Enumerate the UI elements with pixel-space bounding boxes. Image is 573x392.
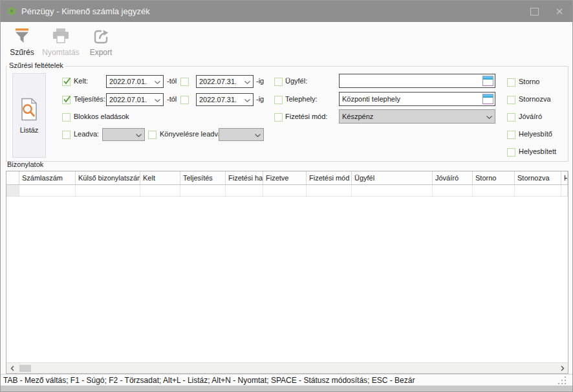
fizetesi-mod-checkbox[interactable] [274, 113, 283, 122]
column-header-storno[interactable]: Storno [473, 171, 515, 184]
helyesbitett-label: Helyesbített [519, 147, 556, 156]
horizontal-scrollbar[interactable] [6, 362, 568, 373]
column-header-szamlaszam[interactable]: Számlaszám [19, 171, 76, 184]
filter-group-title: Szűrési feltételek [7, 61, 65, 69]
column-header-jovairo[interactable]: Jóváíró [433, 171, 473, 184]
export-button-label: Export [90, 48, 113, 57]
list-search-document-icon [20, 98, 38, 123]
filter-button[interactable]: Szűrés [6, 25, 38, 57]
column-header-fizetesi-mod[interactable]: Fizetési mód [307, 171, 352, 184]
resize-grip-icon[interactable] [565, 376, 566, 378]
ugyfel-field [339, 74, 495, 88]
ugyfel-label: Ügyfél: [285, 77, 307, 85]
kelt-to-suffix: -ig [256, 77, 264, 85]
teljesites-from-value: 2022.07.01. [109, 96, 147, 103]
lookup-icon[interactable] [482, 76, 493, 86]
teljesites-to-value: 2022.07.31. [199, 96, 237, 103]
scroll-left-icon[interactable] [6, 363, 17, 373]
blokkos-label: Blokkos eladások [74, 113, 129, 121]
chevron-down-icon [244, 99, 250, 102]
window-bottom-edge [1, 386, 572, 392]
leadva-label: Leadva: [74, 130, 99, 138]
toolbar: Szűrés Nyomtatás Export [1, 22, 572, 62]
export-icon [92, 25, 110, 45]
konyveles-checkbox[interactable] [148, 131, 157, 139]
teljesites-to-checkbox[interactable] [180, 96, 189, 104]
kelt-to-checkbox[interactable] [180, 78, 189, 86]
storno-label: Storno [519, 78, 539, 86]
documents-table: Számlaszám Külső bizonylatszám Kelt Telj… [6, 171, 568, 374]
column-header-fizetesi-hatarido[interactable]: Fizetési határidő [226, 171, 263, 184]
list-button-label: Listáz [20, 126, 39, 134]
fizetesi-mod-label: Fizetési mód: [285, 113, 327, 121]
telephely-label: Telephely: [285, 95, 318, 103]
konyveles-label: Könyvelésre leadva: [160, 130, 224, 138]
column-header-fizetve[interactable]: Fizetve [263, 171, 307, 184]
blokkos-checkbox[interactable] [62, 113, 70, 122]
table-header-row: Számlaszám Külső bizonylatszám Kelt Telj… [6, 171, 568, 185]
documents-group-title: Bizonylatok [7, 160, 43, 168]
ugyfel-checkbox[interactable] [274, 78, 283, 86]
ugyfel-input[interactable] [340, 74, 482, 87]
scroll-right-icon[interactable] [557, 363, 568, 373]
column-header-rowselector[interactable] [6, 171, 19, 184]
stornozva-label: Stornozva [519, 95, 551, 103]
app-window: Pénzügy - Kimenő számla jegyzék ✕ Szűrés [0, 0, 573, 392]
teljesites-from-suffix: -tól [167, 95, 177, 103]
lookup-icon[interactable] [482, 94, 493, 104]
maximize-button[interactable] [530, 8, 539, 16]
telephely-checkbox[interactable] [274, 96, 283, 104]
teljesites-from-select[interactable]: 2022.07.01. [106, 93, 164, 106]
check-icon [63, 95, 71, 103]
jovairo-checkbox[interactable] [507, 113, 515, 122]
storno-checkbox[interactable] [507, 78, 515, 87]
close-button[interactable]: ✕ [553, 5, 566, 18]
print-button-label: Nyomtatás [42, 48, 79, 57]
telephely-field [339, 92, 495, 106]
statusbar-hotkeys: TAB - Mező váltás; F1 - Súgó; F2 - Törzs… [3, 375, 415, 386]
print-button[interactable]: Nyomtatás [39, 25, 82, 57]
column-header-ugyfel[interactable]: Ügyfél [352, 171, 433, 184]
helyesbito-checkbox[interactable] [507, 131, 515, 139]
window-title: Pénzügy - Kimenő számla jegyzék [21, 1, 150, 22]
funnel-icon [14, 25, 30, 45]
column-header-stornozva[interactable]: Stornozva [515, 171, 561, 184]
kelt-to-value: 2022.07.31. [199, 78, 237, 85]
scrollbar-thumb[interactable] [19, 365, 31, 372]
teljesites-label: Teljesítés: [74, 95, 105, 103]
helyesbitett-checkbox[interactable] [507, 148, 515, 157]
telephely-input[interactable] [340, 93, 482, 105]
leadva-checkbox[interactable] [62, 131, 70, 139]
titlebar: Pénzügy - Kimenő számla jegyzék ✕ [1, 1, 572, 22]
app-flower-icon [6, 6, 17, 16]
list-button[interactable]: Listáz [12, 73, 46, 158]
column-header-kelt[interactable]: Kelt [140, 171, 180, 184]
fizetesi-mod-select[interactable]: Készpénz [339, 109, 495, 124]
column-header-teljesites[interactable]: Teljesítés [180, 171, 226, 184]
statusbar: TAB - Mező váltás; F1 - Súgó; F2 - Törzs… [1, 374, 572, 386]
chevron-down-icon [155, 99, 160, 102]
teljesites-to-suffix: -ig [256, 95, 264, 103]
kelt-label: Kelt: [74, 77, 88, 85]
kelt-from-select[interactable]: 2022.07.01. [106, 75, 164, 88]
jovairo-label: Jóváíró [519, 113, 542, 121]
filter-button-label: Szűrés [10, 48, 34, 57]
kelt-from-suffix: -tól [167, 77, 177, 85]
teljesites-checkbox[interactable] [62, 96, 70, 104]
kelt-checkbox[interactable] [62, 78, 70, 86]
kelt-to-select[interactable]: 2022.07.31. [196, 75, 254, 88]
column-header-kulso-bizonylatszam[interactable]: Külső bizonylatszám [76, 171, 140, 184]
teljesites-to-select[interactable]: 2022.07.31. [196, 93, 254, 106]
printer-icon [52, 25, 70, 45]
chevron-down-icon [244, 81, 250, 84]
export-button[interactable]: Export [83, 25, 118, 57]
chevron-down-icon [136, 134, 142, 137]
chevron-down-icon [486, 116, 492, 119]
helyesbito-label: Helyesbítő [519, 130, 552, 138]
column-header-helyesbito[interactable]: Helyesbítő [561, 171, 568, 184]
leadva-select[interactable] [102, 128, 145, 141]
kelt-from-value: 2022.07.01. [109, 78, 147, 85]
konyveles-select[interactable] [219, 128, 264, 141]
stornozva-checkbox[interactable] [507, 96, 515, 104]
table-empty-row [6, 185, 568, 197]
